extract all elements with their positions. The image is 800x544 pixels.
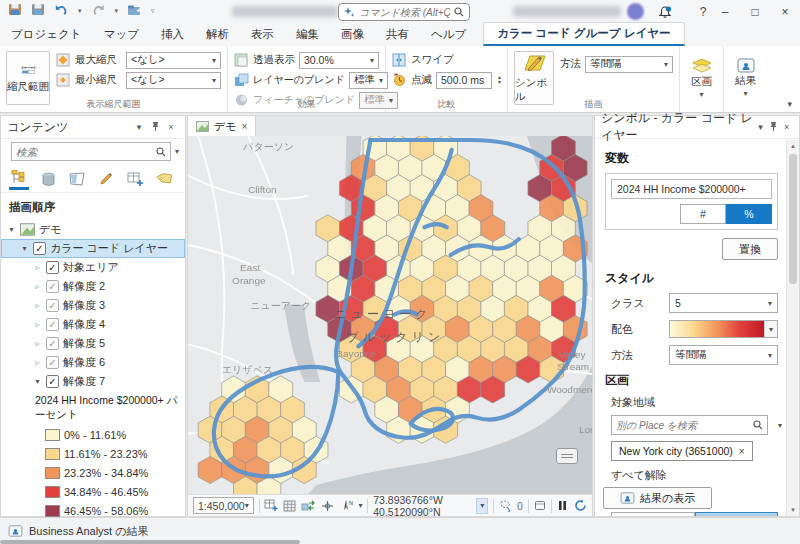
expand-arrow-icon[interactable]: ▹ (33, 282, 42, 291)
boundary-mode-sections[interactable]: 区画 (611, 512, 695, 516)
new-table-icon[interactable] (264, 498, 278, 514)
map-scale-select[interactable]: 1:450,000▾ (193, 497, 254, 514)
layer-checkbox[interactable]: ✓ (46, 375, 59, 388)
method-select[interactable]: 等間隔▾ (669, 345, 778, 365)
sections-dropdown-button[interactable]: 区画 ▾ (683, 51, 720, 105)
expand-arrow-icon[interactable]: ▹ (33, 339, 42, 348)
tree-row-8[interactable]: ▾✓解像度 7 (1, 372, 185, 391)
qat-customize-icon[interactable]: ▿ (151, 7, 155, 15)
swipe-button[interactable]: スワイプ (392, 51, 501, 69)
grid-icon[interactable] (283, 498, 296, 514)
undo-dropdown-icon[interactable]: ▾ (78, 7, 82, 15)
ribbon-tab-contextual[interactable]: カラー コード グループ レイヤー (483, 22, 684, 46)
scrollbar-thumb[interactable] (789, 154, 797, 284)
tab-labeling[interactable] (154, 168, 174, 190)
convert-icon[interactable] (301, 498, 316, 514)
expand-arrow-icon[interactable]: ▹ (33, 263, 42, 272)
panel-menu-icon[interactable]: ▾ (131, 122, 147, 132)
layer-checkbox[interactable]: ✓ (33, 242, 46, 255)
snap-crosshair-icon[interactable] (321, 498, 334, 514)
map-canvas[interactable]: パターソンCliftonEastOrangeニューアークエリザベスBayonne… (188, 136, 592, 494)
scroll-down-icon[interactable]: ▾ (787, 506, 799, 514)
map-notification-icon[interactable] (556, 448, 578, 464)
avatar[interactable] (627, 3, 644, 20)
redo-dropdown-icon[interactable]: ▾ (115, 7, 119, 15)
pause-drawing-icon[interactable] (557, 498, 569, 514)
command-search-input[interactable] (359, 7, 450, 18)
north-arrow-dropdown-icon[interactable]: ▾ (358, 501, 362, 510)
tree-row-7[interactable]: ▹✓解像度 6 (1, 353, 185, 372)
variable-name-field[interactable]: 2024 HH Income $200000+ (611, 179, 772, 199)
classes-select[interactable]: 5▾ (669, 293, 778, 313)
results-dropdown-button[interactable]: 結果 ▾ (727, 51, 764, 105)
scroll-up-icon[interactable]: ▴ (787, 142, 799, 150)
horizontal-scrollbar-thumb[interactable] (0, 540, 300, 544)
tree-row-6[interactable]: ▹✓解像度 5 (1, 334, 185, 353)
search-options-icon[interactable]: ▾ (175, 147, 179, 156)
map-tab-demo[interactable]: デモ × (188, 116, 256, 136)
ribbon-collapse-icon[interactable]: ▾ (787, 99, 792, 109)
layer-checkbox[interactable]: ✓ (46, 280, 59, 293)
place-options-icon[interactable]: ▾ (778, 421, 782, 430)
expand-arrow-icon[interactable]: ▹ (33, 301, 42, 310)
close-icon[interactable]: × (163, 122, 179, 132)
legend-swatch[interactable] (45, 505, 60, 517)
ribbon-tab-1[interactable]: マップ (93, 24, 150, 46)
redo-icon[interactable] (91, 4, 106, 19)
ribbon-tab-3[interactable]: 解析 (195, 24, 240, 46)
flicker-value-input[interactable]: 500.0 ms (436, 72, 492, 89)
legend-swatch[interactable] (45, 448, 60, 460)
ribbon-tab-4[interactable]: 表示 (240, 24, 285, 46)
tree-row-1[interactable]: ▾✓カラー コード レイヤー (1, 239, 185, 258)
flicker-spinner[interactable]: ▴▾ (498, 75, 501, 85)
map-tab-close-icon[interactable]: × (242, 121, 248, 132)
layer-checkbox[interactable]: ✓ (46, 318, 59, 331)
collapse-arrow-icon[interactable]: ▾ (20, 244, 29, 253)
color-ramp-select[interactable]: ▾ (669, 320, 778, 338)
project-icon[interactable] (127, 4, 142, 19)
panel-menu-icon[interactable]: ▾ (754, 122, 767, 132)
method-select[interactable]: 等間隔▾ (585, 56, 673, 73)
close-button[interactable]: × (770, 0, 800, 24)
collapse-arrow-icon[interactable]: ▾ (7, 225, 16, 234)
maximize-button[interactable]: □ (740, 0, 770, 24)
pin-icon[interactable] (147, 121, 163, 134)
close-icon[interactable]: × (780, 122, 793, 132)
business-analyst-results-label[interactable]: Business Analyst の結果 (29, 524, 148, 539)
scale-range-button[interactable]: 縮尺範囲 (6, 51, 50, 105)
tree-row-2[interactable]: ▹✓対象エリア (1, 258, 185, 277)
ribbon-tab-2[interactable]: 挿入 (150, 24, 195, 46)
symbol-button[interactable]: シンボル (514, 51, 554, 105)
save-icon[interactable] (8, 3, 22, 19)
contents-search-box[interactable] (11, 142, 171, 161)
expand-arrow-icon[interactable]: ▹ (33, 358, 42, 367)
panel-scrollbar[interactable]: ▴ ▾ (786, 140, 799, 516)
ribbon-tab-7[interactable]: 共有 (375, 24, 420, 46)
north-arrow-icon[interactable]: N (339, 498, 353, 514)
layer-checkbox[interactable]: ✓ (46, 337, 59, 350)
ribbon-tab-5[interactable]: 編集 (285, 24, 330, 46)
layer-checkbox[interactable]: ✓ (46, 356, 59, 369)
legend-swatch[interactable] (45, 467, 60, 479)
max-scale-select[interactable]: <なし>▾ (126, 52, 221, 69)
remove-place-icon[interactable]: × (739, 446, 745, 457)
tree-row-5[interactable]: ▹✓解像度 4 (1, 315, 185, 334)
selected-place-chip[interactable]: New York city (3651000) × (611, 441, 753, 461)
tab-drawing-order[interactable] (9, 168, 29, 190)
tree-row-0[interactable]: ▾デモ (1, 220, 185, 239)
layer-blend-select[interactable]: 標準▾ (349, 72, 388, 89)
tree-row-4[interactable]: ▹✓解像度 3 (1, 296, 185, 315)
pin-icon[interactable] (767, 121, 780, 134)
refresh-icon[interactable] (574, 498, 587, 514)
layer-checkbox[interactable]: ✓ (46, 299, 59, 312)
selected-features-icon[interactable] (499, 498, 512, 514)
contents-search-input[interactable] (16, 146, 153, 158)
transparency-select[interactable]: 30.0%▾ (299, 52, 379, 69)
expand-arrow-icon[interactable]: ▹ (33, 320, 42, 329)
legend-swatch[interactable] (45, 486, 60, 498)
replace-button[interactable]: 置換 (722, 238, 778, 260)
command-search[interactable] (338, 3, 470, 21)
boundary-mode-hexagon[interactable]: 六角形 (695, 512, 779, 516)
layer-checkbox[interactable]: ✓ (46, 261, 59, 274)
tree-row-3[interactable]: ▹✓解像度 2 (1, 277, 185, 296)
